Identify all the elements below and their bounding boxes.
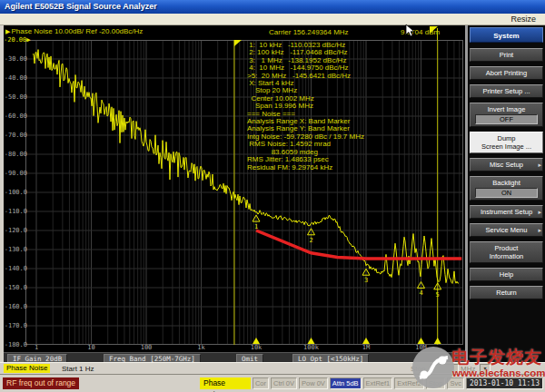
menu-button-dump-screen-image[interactable]: DumpScreen Image ... <box>470 132 543 153</box>
submenu-arrow-icon: ▸ <box>538 209 541 216</box>
status-datetime: 2013-01-10 11:13 <box>466 377 543 389</box>
menu-button-help[interactable]: Help <box>470 268 543 281</box>
x-axis-label: 1k <box>197 344 204 351</box>
x-axis-label: 10M <box>415 344 427 351</box>
menu-button-invert-image[interactable]: Invert ImageOFF <box>470 103 543 127</box>
menu-item-resize[interactable]: Resize <box>510 15 536 24</box>
x-axis-label: 100 <box>141 344 153 351</box>
y-axis-label: -20.00▶ <box>4 36 27 44</box>
instrument-screen: ▶Phase Noise 10.00dB/ Ref -20.00dBc/Hz C… <box>4 25 465 362</box>
menu-button-backlight[interactable]: BacklightON <box>470 176 543 201</box>
submenu-arrow-icon: ▸ <box>538 162 541 169</box>
y-axis-label: -130.0 <box>4 246 27 253</box>
x-axis: 1101001k10k100k1M10M <box>4 344 465 352</box>
entry-field-label: Phase Noise <box>4 364 50 373</box>
x-axis-label: 1M <box>362 344 370 351</box>
status-indicator-svc: Svc <box>447 377 464 389</box>
y-axis-label: -50.00 <box>4 93 27 101</box>
y-axis-label: -100.0 <box>4 189 27 196</box>
entry-field-value: Start 1 Hz <box>62 364 94 373</box>
x-axis-label: 100k <box>303 344 319 351</box>
status-indicator-cor: Cor <box>253 377 269 389</box>
trace-marker-label: 4 <box>419 289 422 297</box>
phase-noise-plot: 12345 <box>25 40 463 345</box>
softkey-menu-panel: System PrintAbort PrintingPrinter Setup … <box>465 25 545 362</box>
menu-scroll-strip[interactable] <box>465 25 468 362</box>
y-axis-label: -40.00 <box>4 74 27 82</box>
menu-button-abort-printing[interactable]: Abort Printing <box>470 66 543 80</box>
stop-field-label: Stop <box>411 364 425 374</box>
y-axis-label: -140.0 <box>4 265 27 272</box>
phase-noise-trace <box>33 50 459 284</box>
trace-scale-label: Phase Noise 10.00dB/ Ref -20.00dBc/Hz <box>11 27 143 35</box>
menu-button-printer-setup[interactable]: Printer Setup ... <box>470 84 543 98</box>
y-axis-label: -170.0 <box>4 322 27 329</box>
app-window: Agilent E5052B Signal Source Analyzer Re… <box>0 0 545 392</box>
status-indicator-extref2: ExtRef2 <box>394 377 424 389</box>
x-axis-label: 10 <box>87 344 94 351</box>
trace-marker-label: 2 <box>309 237 312 244</box>
status-indicator-ctrl-0v: Ctrl 0V <box>271 377 297 389</box>
x-axis-label: 1 <box>35 344 38 351</box>
active-trace-arrow-icon: ▶ <box>5 28 10 34</box>
y-axis-label: -160.0 <box>4 303 27 310</box>
menu-title-system[interactable]: System <box>470 27 543 43</box>
menu-button-service-menu[interactable]: Service Menu▸ <box>470 223 543 237</box>
status-mode-badge: Phase Noise: Meas <box>200 377 251 389</box>
menu-button-print[interactable]: Print <box>470 48 543 62</box>
status-indicator-extref1: ExtRef1 <box>363 377 393 389</box>
menu-button-instrument-setup[interactable]: Instrument Setup▸ <box>470 205 543 219</box>
carrier-frequency-readout: Carrier 156.249364 MHz <box>269 28 349 36</box>
menu-button-product-information[interactable]: ProductInformation <box>470 241 543 263</box>
status-indicator-pow-0v: Pow 0V <box>299 377 328 389</box>
status-bar: RF freq out of range Phase Noise: Meas C… <box>0 374 545 392</box>
y-axis-label: -90.00 <box>4 170 27 177</box>
window-title: Agilent E5052B Signal Source Analyzer <box>5 2 157 11</box>
menu-button-value: OFF <box>475 114 539 124</box>
status-indicator-attn-5db: Attn 5dB <box>330 377 362 389</box>
y-axis-label: -120.0 <box>4 227 27 234</box>
status-indicator-row: Phase Noise: Meas CorCtrl 0VPow 0VAttn 5… <box>200 377 543 389</box>
mouse-cursor-icon <box>405 24 416 38</box>
stop-value-input[interactable] <box>431 364 459 374</box>
trace-marker-label: 3 <box>364 277 368 284</box>
submenu-arrow-icon: ▸ <box>538 227 541 234</box>
status-indicator-stop: Stop <box>426 377 445 389</box>
trace-marker-label: 1 <box>254 223 258 230</box>
menu-button-value: ON <box>475 188 539 198</box>
analysis-line: Residual FM: 9.29764 kHz <box>247 164 364 172</box>
y-axis-label: -60.00 <box>4 113 27 120</box>
y-axis-label: -70.00 <box>4 132 27 139</box>
trace-scale-header: ▶Phase Noise 10.00dB/ Ref -20.00dBc/Hz <box>5 27 143 35</box>
band-start-flag-icon <box>234 40 242 46</box>
trace-marker-label: 5 <box>436 291 440 299</box>
axis-marker-5 <box>434 338 441 344</box>
y-axis-label: -110.0 <box>4 208 27 215</box>
marker-analysis-readout: 1: 10 kHz -110.0323 dBc/Hz 2: 100 kHz -1… <box>247 42 364 172</box>
band-stop-flag-icon <box>430 26 438 34</box>
x-axis-label: 10k <box>251 344 263 351</box>
menu-bar: Resize <box>0 14 545 25</box>
menu-button-return[interactable]: Return <box>470 286 543 299</box>
window-title-bar: Agilent E5052B Signal Source Analyzer <box>0 0 545 14</box>
y-axis-label: -80.00 <box>4 151 27 158</box>
y-axis-label: -30.00 <box>4 55 27 63</box>
status-alert-badge: RF freq out of range <box>3 377 79 389</box>
y-axis-label: -150.0 <box>4 284 27 291</box>
unit-label: MHz <box>461 364 475 374</box>
entry-bar: Phase Noise Start 1 Hz Stop MHz ▾ <box>0 362 545 374</box>
menu-button-misc-setup[interactable]: Misc Setup▸ <box>470 158 543 172</box>
